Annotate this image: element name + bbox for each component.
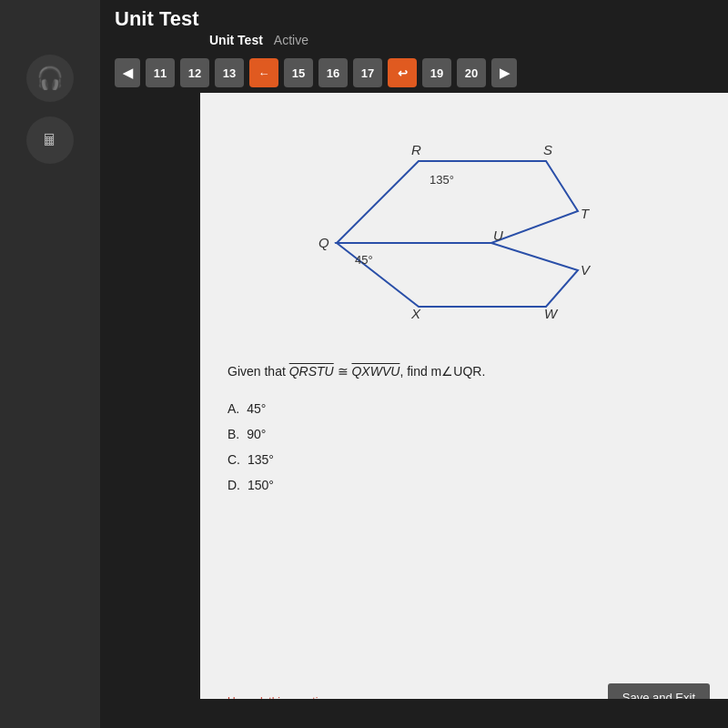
headphone-button[interactable]: 🎧 <box>26 55 74 102</box>
answer-b-label: B. <box>228 421 239 447</box>
nav-bar: ◀ 11 12 13 ← 15 16 17 ↩ 19 20 ▶ <box>100 53 728 93</box>
header: Unit Test <box>100 0 728 31</box>
prev-button[interactable]: ◀ <box>115 58 140 87</box>
answer-a-label: A. <box>228 396 239 421</box>
app-container: 🎧 🖩 Unit Test Unit Test Active ◀ 11 12 1… <box>0 0 728 728</box>
calculator-button[interactable]: 🖩 <box>26 116 74 164</box>
answer-d-label: D. <box>228 472 240 498</box>
page-11-button[interactable]: 11 <box>146 58 175 87</box>
question-text: Given that QRSTU ≅ QXWVU, find m∠UQR. <box>228 362 701 381</box>
congruence-symbol: ≅ <box>334 364 352 379</box>
page-13-button[interactable]: 13 <box>215 58 244 87</box>
congruence-part1: QRSTU <box>289 364 334 379</box>
bottom-bar-strip: ◀ <box>0 699 728 728</box>
answer-d-value: 150° <box>248 472 274 498</box>
label-U: U <box>493 228 503 243</box>
svg-marker-1 <box>337 243 578 307</box>
next-button[interactable]: ▶ <box>491 58 517 87</box>
page-19-button[interactable]: 19 <box>422 58 451 87</box>
page-title: Unit Test <box>115 7 198 31</box>
label-Q: Q <box>318 235 329 250</box>
label-S: S <box>543 142 552 157</box>
content-wrapper: Unit Test Unit Test Active ◀ 11 12 13 ← … <box>100 0 728 728</box>
find-text: , find m∠UQR. <box>399 364 485 379</box>
label-T: T <box>581 206 591 221</box>
label-X: X <box>410 306 421 321</box>
label-R: R <box>411 142 421 157</box>
tab-unit-test[interactable]: Unit Test <box>209 33 263 47</box>
answer-a-value: 45° <box>247 396 266 421</box>
page-17-button[interactable]: 17 <box>353 58 382 87</box>
label-V: V <box>581 262 592 278</box>
page-12-button[interactable]: 12 <box>180 58 209 87</box>
answer-c-value: 135° <box>248 447 274 472</box>
geometry-diagram: R S T U V W X Q 135° <box>309 111 619 348</box>
back-button[interactable]: ← <box>249 58 278 87</box>
label-W: W <box>544 306 559 321</box>
answer-a[interactable]: A. 45° <box>228 396 701 421</box>
answer-b-value: 90° <box>247 421 266 447</box>
congruence-part2: QXWVU <box>351 364 399 379</box>
left-sidebar: 🎧 🖩 <box>0 0 100 728</box>
angle-bottom-label: 45° <box>355 253 373 267</box>
main-content: R S T U V W X Q 135° <box>200 93 728 728</box>
diagram-container: R S T U V W X Q 135° <box>228 111 701 348</box>
given-text: Given that <box>228 364 289 379</box>
answer-c[interactable]: C. 135° <box>228 447 701 472</box>
angle-top-label: 135° <box>430 173 454 187</box>
answer-options: A. 45° B. 90° C. 135° D. 150° <box>228 396 701 498</box>
page-15-button[interactable]: 15 <box>284 58 313 87</box>
marked-button[interactable]: ↩ <box>388 58 417 87</box>
tab-bar: Unit Test Active <box>100 31 728 53</box>
answer-d[interactable]: D. 150° <box>228 472 701 498</box>
page-16-button[interactable]: 16 <box>318 58 348 87</box>
page-20-button[interactable]: 20 <box>457 58 486 87</box>
tab-status: Active <box>274 33 308 47</box>
answer-c-label: C. <box>228 447 240 472</box>
answer-b[interactable]: B. 90° <box>228 421 701 447</box>
svg-marker-0 <box>337 161 578 243</box>
